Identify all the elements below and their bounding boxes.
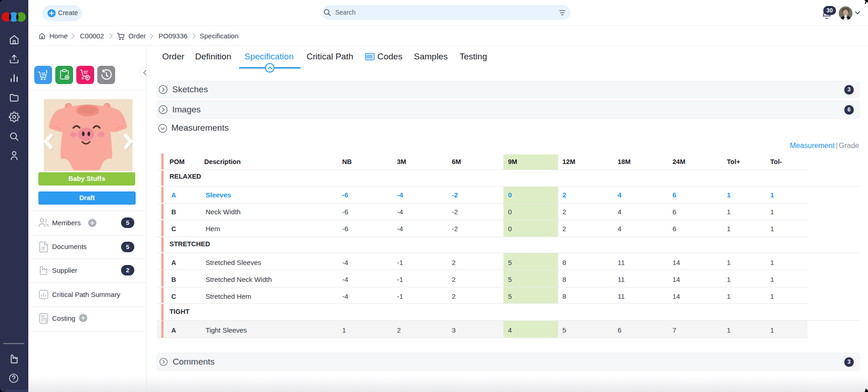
svg-text:$: $: [45, 318, 48, 323]
